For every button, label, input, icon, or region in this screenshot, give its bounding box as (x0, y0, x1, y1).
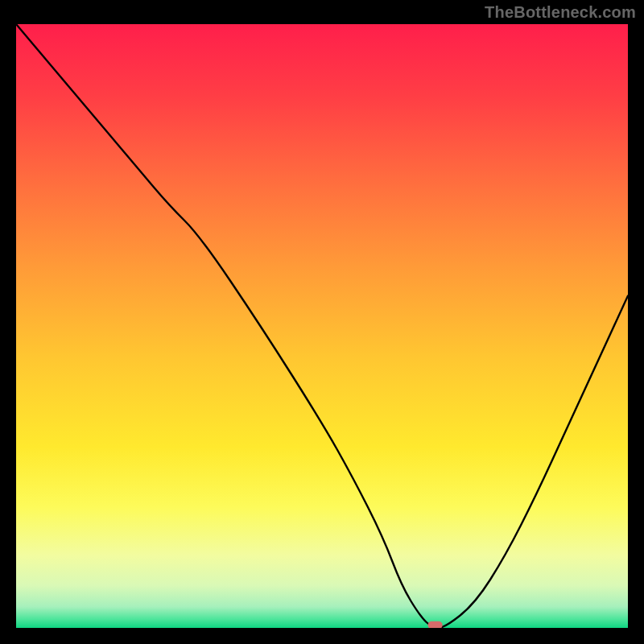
watermark-text: TheBottleneck.com (485, 3, 636, 22)
bottleneck-chart (16, 24, 628, 628)
gradient-background (16, 24, 628, 628)
chart-container: TheBottleneck.com (0, 0, 644, 644)
optimal-marker (427, 621, 442, 628)
plot-area (16, 24, 628, 628)
